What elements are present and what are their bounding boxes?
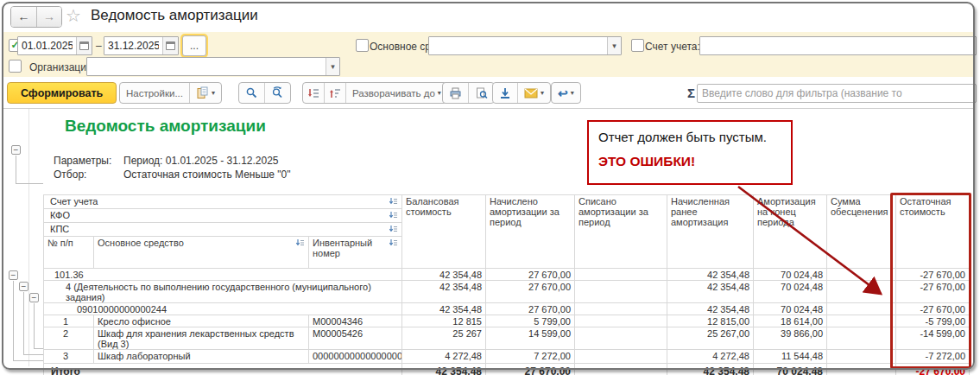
page-title: Ведомость амортизации (91, 7, 258, 24)
calendar-button[interactable] (162, 37, 178, 54)
col-header-impairment[interactable]: Сумма обесценения (827, 195, 896, 269)
organization-input[interactable] (87, 60, 326, 73)
chevron-down-icon: ▾ (438, 89, 441, 97)
forward-button[interactable]: → (36, 7, 61, 27)
col-header-written-off[interactable]: Списано амортизации за период (575, 195, 667, 269)
print-preview-icon (475, 87, 488, 99)
period-variants-button[interactable]: ... (182, 35, 206, 56)
filter-label: Отбор: (54, 168, 86, 181)
calendar-icon (79, 41, 89, 50)
expand-groups-button[interactable] (324, 83, 345, 103)
tree-line (16, 156, 16, 183)
expand-to-button[interactable]: Разворачивать до ▾ (345, 83, 447, 103)
calendar-button[interactable] (76, 37, 92, 54)
printer-icon (449, 87, 462, 99)
chevron-down-icon: ▾ (612, 41, 616, 50)
favorite-star-icon[interactable]: ☆ (66, 5, 81, 26)
title-bar: ← → ☆ Ведомость амортизации (3, 0, 973, 32)
app-window: ← → ☆ Ведомость амортизации ✓ – ... Осно… (0, 0, 980, 375)
group-level-line (28, 109, 29, 366)
table-row-group-account[interactable]: 101.36 42 354,48 27 670,00 42 354,48 70 … (44, 269, 970, 281)
back-button[interactable]: ← (11, 7, 36, 27)
col-header-account[interactable]: Счет учета (50, 196, 98, 207)
col-header-balance[interactable]: Балансовая стоимость (402, 195, 486, 269)
col-header-kps[interactable]: КПС (50, 224, 69, 234)
params-value: Период: 01.01.2025 - 31.12.2025 (123, 155, 279, 167)
collapse-report-header-button[interactable]: − (11, 145, 21, 155)
report-variants-button[interactable]: ▾ (189, 83, 221, 103)
search-next-button[interactable] (264, 83, 290, 103)
table-total-row[interactable]: Итого 42 354,48 27 670,00 42 354,48 70 0… (44, 364, 970, 375)
sort-icon[interactable] (389, 197, 398, 207)
asset-input[interactable] (429, 40, 607, 52)
col-header-ending[interactable]: Амортизация на конец периода (754, 195, 827, 269)
undo-icon: ↩ (558, 86, 568, 100)
account-label: Счет учета: (645, 41, 700, 53)
calendar-icon (166, 41, 175, 50)
save-file-button[interactable] (493, 83, 517, 103)
search-icon (245, 86, 258, 99)
chevron-down-icon: ▾ (212, 89, 215, 97)
print-preview-button[interactable] (468, 83, 494, 103)
tree-line (13, 281, 14, 360)
chevron-down-icon: ▾ (331, 62, 335, 71)
send-email-button[interactable]: ▾ (517, 83, 550, 103)
account-input[interactable] (700, 40, 976, 52)
table-row[interactable]: 2 Шкаф для хранения лекарственных средст… (44, 327, 970, 350)
params-label: Параметры: (54, 155, 111, 167)
quick-filter-input[interactable] (697, 84, 977, 103)
sort-icon[interactable] (389, 225, 398, 234)
table-row[interactable]: 3 Шкаф лабораторный 00000000000000000935… (44, 350, 970, 364)
period-from-input[interactable] (18, 40, 76, 52)
settings-button[interactable]: Настройки... (120, 83, 189, 103)
col-header-residual[interactable]: Остаточная стоимость (896, 195, 970, 269)
annotation-box: Отчет должен быть пустым. ЭТО ОШИБКИ! (587, 120, 793, 185)
organization-dropdown-button[interactable]: ▾ (326, 58, 339, 75)
search-button[interactable] (239, 83, 264, 103)
col-header-asset[interactable]: Основное средство (98, 238, 184, 248)
settings-group: Настройки... ▾ (119, 82, 222, 104)
col-header-inventory[interactable]: Инвентарный номер (313, 238, 389, 258)
sort-icon[interactable] (295, 238, 305, 248)
print-button[interactable] (443, 83, 468, 103)
grouping-group: Разворачивать до ▾ (302, 82, 448, 104)
generate-button[interactable]: Сформировать (7, 82, 117, 104)
organization-field: ▾ (86, 57, 340, 76)
period-to-field (104, 36, 179, 55)
annotation-line1: Отчет должен быть пустым. (598, 130, 781, 144)
asset-checkbox[interactable] (356, 39, 369, 52)
undo-history-button[interactable]: ↩ ▾ (552, 83, 580, 103)
tree-line (23, 292, 24, 354)
asset-dropdown-button[interactable]: ▾ (607, 37, 621, 54)
collapse-groups-button[interactable] (303, 83, 324, 103)
period-dash: – (96, 40, 102, 52)
col-header-num[interactable]: № п/п (44, 237, 94, 269)
account-checkbox[interactable] (631, 39, 644, 52)
filter-value: Остаточная стоимость Меньше "0" (123, 168, 291, 181)
sort-icon[interactable] (389, 238, 398, 248)
tree-line (34, 348, 43, 349)
table-row[interactable]: 1 Кресло офисное М00004346 12 815 5 799,… (44, 315, 970, 327)
period-to-input[interactable] (104, 40, 162, 52)
sort-icon[interactable] (389, 211, 398, 220)
table-row-group-kfo[interactable]: 4 (Деятельность по выполнению государств… (44, 281, 970, 303)
organization-checkbox[interactable] (9, 60, 22, 73)
collapse-group-kfo-button[interactable]: − (19, 282, 28, 291)
expand-to-label: Разворачивать до (352, 88, 435, 99)
nav-buttons: ← → (10, 6, 62, 28)
col-header-accrued[interactable]: Начислено амортизации за период (486, 195, 575, 269)
collapse-group-account-button[interactable]: − (9, 270, 18, 280)
report-toolbar: Сформировать Настройки... ▾ (3, 77, 973, 109)
report-title: Ведомость амортизации (65, 117, 266, 136)
mail-icon (524, 88, 538, 99)
collapse-group-kps-button[interactable]: − (29, 293, 39, 302)
collapse-groups-icon (307, 87, 319, 99)
table-row-group-kps[interactable]: 09010000000000244 42 354,48 27 670,00 42… (44, 303, 970, 315)
col-header-kfo[interactable]: КФО (50, 210, 70, 220)
tree-line (23, 354, 43, 355)
tree-line (13, 360, 43, 361)
annotation-line2: ЭТО ОШИБКИ! (598, 154, 781, 169)
col-header-prior[interactable]: Начисленная ранее амортизация (667, 195, 754, 269)
filter-panel: ✓ – ... Основное средство: ▾ Счет учета:… (3, 32, 973, 77)
tree-line (34, 303, 35, 348)
